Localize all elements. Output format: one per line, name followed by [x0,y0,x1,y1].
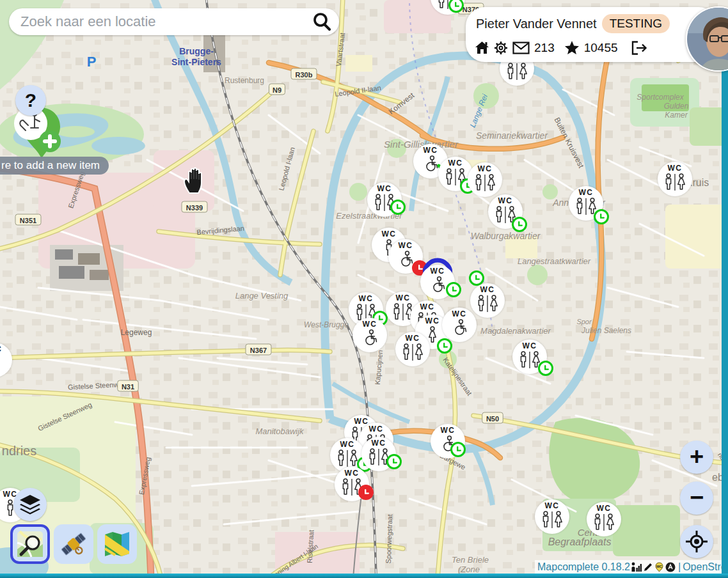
minus-icon: − [690,485,704,510]
background-style-switcher [10,524,137,564]
wc-label: WC [478,165,493,173]
toilet-marker-mf[interactable]: WC [658,162,692,196]
wc-label: WC [363,320,377,329]
user-panel: Pieter Vander Vennet TESTING [466,7,718,62]
toilet-marker-wheelchair[interactable]: WC [442,308,477,342]
help-button[interactable]: ? [15,85,46,116]
attribution-bar: Mapcomplete 0.18.2 WC [535,560,728,574]
toilet-marker-mf[interactable]: WC [535,499,569,534]
changeset-star-icon [564,40,580,55]
wc-label: WC [545,502,560,510]
wc-label: WC [523,342,537,350]
theme-wc-pin-icon: WC [654,562,664,572]
opening-hours-badge-green[interactable] [386,454,402,469]
crosshair-target-icon [685,530,708,553]
wc-label: WC [420,303,435,311]
edit-pencil-icon[interactable] [643,562,653,572]
toilet-marker-mf[interactable]: WC [587,502,621,536]
style-button-paper-map[interactable] [97,524,137,564]
wc-label: WC [345,469,360,478]
opening-hours-badge-green[interactable] [594,209,609,224]
environment-badge: TESTING [602,14,670,33]
add-item-tooltip: re to add a new item [0,157,109,175]
wc-label: WC [423,146,438,155]
toilet-marker-mf[interactable]: WC [468,162,502,197]
style-button-satellite[interactable] [54,524,93,564]
opening-hours-badge-green[interactable] [512,217,527,232]
layers-button[interactable] [13,488,47,521]
wc-label: WC [396,294,411,302]
wc-label: WC [377,185,392,193]
osm-circle-icon[interactable] [665,562,676,572]
osm-map-magnifier-icon [16,530,44,558]
wc-label: WC [448,159,463,168]
attribution-separator: | [678,561,681,573]
wc-label: WC [431,267,445,276]
wc-label: WC [425,317,440,325]
opening-hours-badge-green[interactable] [538,361,553,376]
opening-hours-badge-red[interactable] [358,485,374,500]
zoom-out-button[interactable]: − [680,481,713,515]
marker-layer: WCWCWCWCWCWCWCWCWCWCWCWCWCWCWCWCWCWCWCWC… [0,0,728,578]
svg-text:WC: WC [656,565,662,568]
messages-envelope-icon[interactable] [512,42,530,54]
toilet-marker-wheelchair[interactable]: WC [352,318,387,352]
wc-label: WC [340,441,355,449]
wc-label: WC [359,295,374,303]
wc-label: WC [382,230,397,238]
wc-label: WC [372,439,386,448]
geolocate-button[interactable] [680,525,713,558]
changeset-count: 10455 [584,41,618,55]
home-icon[interactable] [475,41,489,54]
opening-hours-badge-green[interactable] [448,0,464,13]
page-edge-bottom [0,574,728,578]
search-input[interactable] [9,13,311,30]
toilet-marker-woman[interactable]: WC [0,343,12,377]
wc-label: WC [369,425,384,434]
opening-hours-badge-green[interactable] [450,442,466,457]
grab-hand-cursor [182,165,207,194]
satellite-icon [59,529,88,559]
mapcomplete-app: Brugge-Sint-PietersRustenburgPSint-Gilli… [0,0,728,578]
wc-label: WC [579,189,594,197]
wc-label: WC [498,197,513,205]
search-icon[interactable] [311,11,333,33]
search-bar[interactable] [9,8,339,35]
app-version-link[interactable]: Mapcomplete 0.18.2 [537,561,630,573]
logout-icon[interactable] [631,41,648,55]
page-edge-right [722,69,728,578]
layers-icon [19,494,42,515]
wc-label: WC [452,310,467,318]
settings-gear-icon[interactable] [494,41,508,55]
opening-hours-badge-green[interactable] [390,199,406,215]
user-name[interactable]: Pieter Vander Vennet [476,17,597,31]
zoom-in-button[interactable]: + [680,441,713,474]
statistics-icon[interactable] [631,562,642,572]
wc-label: WC [480,286,495,294]
toilet-marker-mf[interactable]: WC [470,283,505,318]
wc-label: WC [0,345,3,354]
message-count: 213 [534,41,555,55]
wc-label: WC [668,164,683,173]
folded-map-icon [102,529,132,559]
wc-label: WC [399,242,413,250]
toilet-marker-mf[interactable]: WC [395,332,430,366]
wc-label: WC [441,426,455,435]
wc-label: WC [597,504,612,513]
user-avatar[interactable] [686,6,728,72]
wc-label: WC [406,334,420,343]
style-button-osm-carto[interactable] [10,524,50,564]
opening-hours-badge-green[interactable] [437,338,452,354]
opening-hours-badge-green[interactable] [446,282,461,297]
plus-icon: + [690,444,704,469]
